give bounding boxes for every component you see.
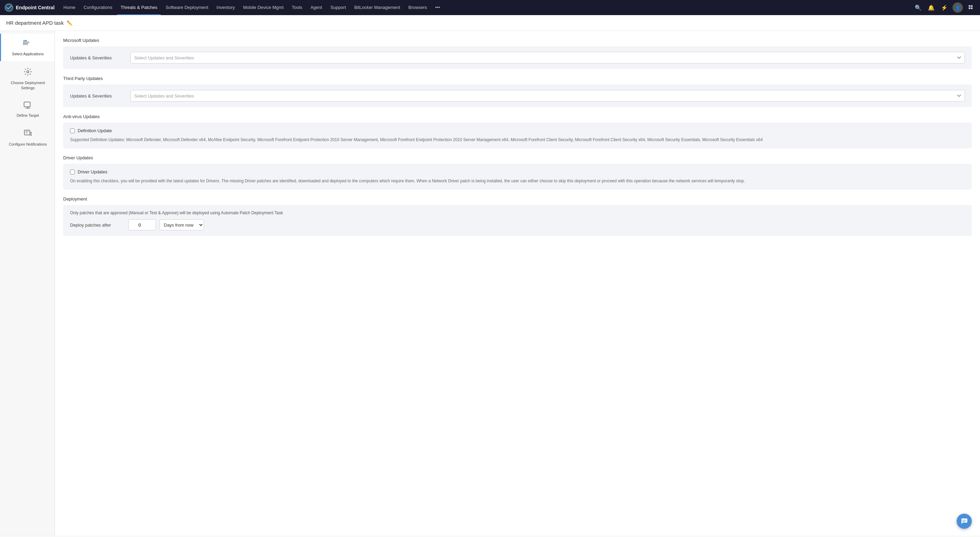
avatar[interactable]: 👤 xyxy=(953,2,963,13)
deployment-title: Deployment xyxy=(63,196,972,202)
nav-bitlocker[interactable]: BitLocker Management xyxy=(351,0,404,15)
sidebar-item-deployment-settings[interactable]: Choose Deployment Settings xyxy=(0,61,55,95)
brand-name: Endpoint Central xyxy=(16,5,55,10)
main-layout: Select Applications Choose Deployment Se… xyxy=(0,31,980,536)
deploy-patches-row: Deploy patches after Days from now Hours… xyxy=(70,219,965,230)
nav-mobile[interactable]: Mobile Device Mgmt xyxy=(240,0,287,15)
microsoft-updates-title: Microsoft Updates xyxy=(63,38,972,43)
notifications-icon[interactable]: 🔔 xyxy=(926,3,936,13)
deployment-note: Only patches that are approved (Manual o… xyxy=(70,210,965,215)
sidebar-item-select-apps-label: Select Applications xyxy=(12,51,44,56)
svg-point-8 xyxy=(27,71,29,73)
driver-updates-title: Driver Updates xyxy=(63,155,972,160)
flash-icon[interactable]: ⚡ xyxy=(939,3,949,13)
driver-updates-checkbox[interactable] xyxy=(70,170,75,175)
third-party-updates-select[interactable]: Select Updates and Severities xyxy=(130,90,965,102)
nav-home[interactable]: Home xyxy=(60,0,79,15)
deployment-settings-icon xyxy=(23,67,32,78)
configure-notifications-icon xyxy=(24,129,32,140)
definition-update-label[interactable]: Definition Update xyxy=(78,128,112,133)
svg-rect-4 xyxy=(971,8,973,9)
driver-updates-label[interactable]: Driver Updates xyxy=(78,169,108,175)
svg-rect-12 xyxy=(24,130,30,135)
main-content: Microsoft Updates Updates & Severities S… xyxy=(55,31,980,536)
third-party-updates-field-label: Updates & Severities xyxy=(70,94,125,99)
sidebar-item-deployment-label: Choose Deployment Settings xyxy=(5,80,51,90)
nav-inventory[interactable]: Inventory xyxy=(213,0,238,15)
deployment-card: Only patches that are approved (Manual o… xyxy=(63,205,972,236)
antivirus-helper-text: Supported Definition Updates: Microsoft … xyxy=(70,137,965,143)
nav-actions: 🔍 🔔 ⚡ 👤 xyxy=(913,2,976,13)
sidebar-item-notifications-label: Configure Notifications xyxy=(9,142,47,147)
nav-support[interactable]: Support xyxy=(327,0,350,15)
sidebar: Select Applications Choose Deployment Se… xyxy=(0,31,55,536)
nav-browsers[interactable]: Browsers xyxy=(405,0,430,15)
microsoft-updates-row: Updates & Severities Select Updates and … xyxy=(70,52,965,64)
svg-rect-1 xyxy=(969,5,970,7)
nav-agent[interactable]: Agent xyxy=(307,0,326,15)
svg-rect-9 xyxy=(24,102,30,107)
svg-point-0 xyxy=(5,3,13,12)
nav-configurations[interactable]: Configurations xyxy=(80,0,116,15)
deploy-patches-input[interactable] xyxy=(129,219,156,230)
third-party-updates-title: Third Party Updates xyxy=(63,76,972,81)
antivirus-updates-title: Anti-virus Updates xyxy=(63,114,972,119)
sidebar-item-select-apps[interactable]: Select Applications xyxy=(0,33,55,61)
nav-more[interactable]: ••• xyxy=(432,0,444,15)
deploy-patches-select[interactable]: Days from now Hours from now Immediately xyxy=(159,219,204,230)
brand[interactable]: Endpoint Central xyxy=(4,3,55,13)
microsoft-updates-field-label: Updates & Severities xyxy=(70,55,125,60)
driver-helper-text: On enabling this checkbox, you will be p… xyxy=(70,178,965,184)
svg-rect-3 xyxy=(969,8,970,9)
page-title: HR department APD task xyxy=(6,20,64,26)
nav-tools[interactable]: Tools xyxy=(288,0,305,15)
navbar: Endpoint Central Home Configurations Thr… xyxy=(0,0,980,15)
svg-rect-2 xyxy=(971,5,973,7)
microsoft-updates-select[interactable]: Select Updates and Severities xyxy=(130,52,965,64)
search-icon[interactable]: 🔍 xyxy=(913,3,923,13)
third-party-updates-card: Updates & Severities Select Updates and … xyxy=(63,84,972,107)
nav-threats[interactable]: Threats & Patches xyxy=(117,0,161,15)
nav-software[interactable]: Software Deployment xyxy=(162,0,212,15)
sidebar-item-define-target[interactable]: Define Target xyxy=(0,95,55,122)
page-header: HR department APD task ✏️ xyxy=(0,15,980,31)
microsoft-updates-card: Updates & Severities Select Updates and … xyxy=(63,46,972,69)
svg-rect-6 xyxy=(23,42,29,43)
driver-updates-card: Driver Updates On enabling this checkbox… xyxy=(63,164,972,189)
edit-icon[interactable]: ✏️ xyxy=(67,20,72,26)
sidebar-item-define-target-label: Define Target xyxy=(16,113,39,118)
define-target-icon xyxy=(23,101,32,111)
third-party-updates-row: Updates & Severities Select Updates and … xyxy=(70,90,965,102)
sidebar-item-configure-notifications[interactable]: Configure Notifications xyxy=(0,122,55,151)
apps-grid-icon[interactable] xyxy=(966,3,976,13)
antivirus-updates-card: Definition Update Supported Definition U… xyxy=(63,122,972,148)
definition-update-checkbox[interactable] xyxy=(70,129,75,133)
deploy-patches-label: Deploy patches after xyxy=(70,222,125,228)
driver-updates-row: Driver Updates xyxy=(70,169,965,175)
select-apps-icon xyxy=(23,40,33,49)
svg-rect-7 xyxy=(23,44,27,44)
chat-fab[interactable] xyxy=(957,514,972,529)
definition-update-row: Definition Update xyxy=(70,128,965,133)
